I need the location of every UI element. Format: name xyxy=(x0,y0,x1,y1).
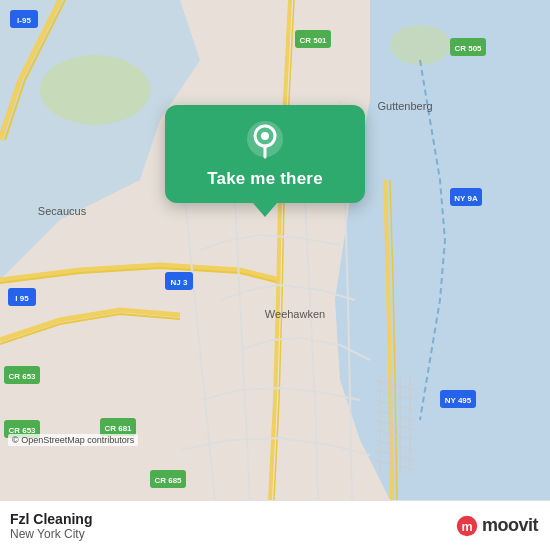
take-me-there-label: Take me there xyxy=(207,169,323,189)
svg-text:CR 653: CR 653 xyxy=(8,372,36,381)
svg-text:CR 685: CR 685 xyxy=(154,476,182,485)
moovit-text: moovit xyxy=(482,515,538,536)
location-info: Fzl Cleaning New York City xyxy=(10,511,92,541)
svg-point-3 xyxy=(40,55,150,125)
take-me-there-card[interactable]: Take me there xyxy=(165,105,365,203)
svg-text:NY 9A: NY 9A xyxy=(454,194,478,203)
svg-text:CR 505: CR 505 xyxy=(454,44,482,53)
moovit-logo: m moovit xyxy=(456,515,538,537)
svg-text:I-95: I-95 xyxy=(17,16,31,25)
svg-point-4 xyxy=(390,25,450,65)
svg-text:Secaucus: Secaucus xyxy=(38,205,87,217)
svg-text:m: m xyxy=(461,519,472,533)
svg-text:I 95: I 95 xyxy=(15,294,29,303)
svg-text:Guttenberg: Guttenberg xyxy=(377,100,432,112)
location-name: Fzl Cleaning xyxy=(10,511,92,527)
svg-text:Weehawken: Weehawken xyxy=(265,308,325,320)
location-city: New York City xyxy=(10,527,92,541)
map-background: I-95 I 95 NJ 3 CR 501 CR 505 NY 9A NY 49… xyxy=(0,0,550,500)
svg-point-45 xyxy=(261,132,269,140)
svg-text:CR 501: CR 501 xyxy=(299,36,327,45)
svg-text:NY 495: NY 495 xyxy=(445,396,472,405)
osm-credit: © OpenStreetMap contributors xyxy=(8,434,138,446)
map-container: I-95 I 95 NJ 3 CR 501 CR 505 NY 9A NY 49… xyxy=(0,0,550,500)
location-pin-icon xyxy=(245,119,285,159)
bottom-bar: Fzl Cleaning New York City m moovit xyxy=(0,500,550,550)
moovit-dot-icon: m xyxy=(456,515,478,537)
svg-text:NJ 3: NJ 3 xyxy=(171,278,188,287)
svg-text:CR 681: CR 681 xyxy=(104,424,132,433)
